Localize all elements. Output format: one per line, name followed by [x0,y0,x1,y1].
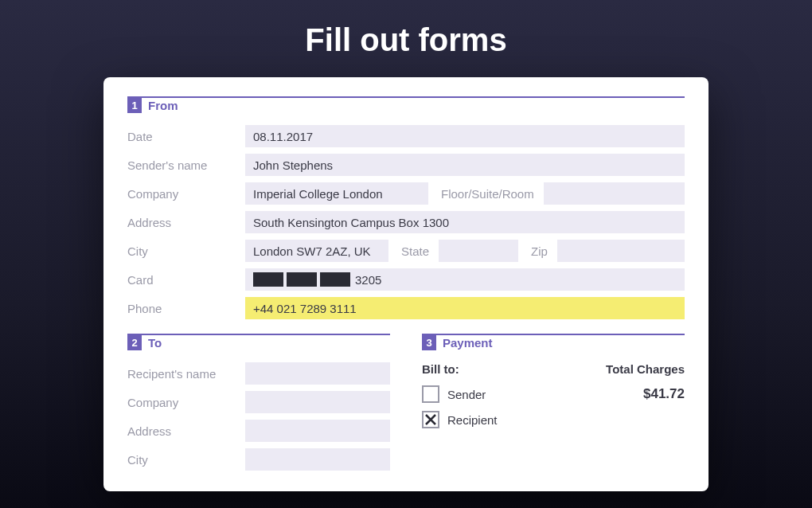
floor-field[interactable] [544,182,685,205]
label-date: Date [127,130,245,143]
label-zip: Zip [518,244,557,258]
label-to-address: Address [127,424,245,438]
recipient-option-label: Recipient [447,413,498,427]
to-company-field[interactable] [245,391,390,413]
section-from-header: 1 From [127,96,685,114]
recipient-name-field[interactable] [245,362,390,385]
label-city: City [127,244,245,258]
section-title-to: To [148,335,162,351]
sender-option-label: Sender [447,388,486,401]
date-field[interactable]: 08.11.2017 [245,125,685,147]
company-field[interactable]: Imperial College London [245,182,428,205]
card-mask-icon [253,272,350,287]
total-amount: $41.72 [643,386,685,402]
section-number-2: 2 [127,334,142,350]
sender-checkbox[interactable] [422,385,439,403]
x-mark-icon [424,413,437,426]
state-field[interactable] [439,240,518,262]
total-charges-label: Total Charges [606,362,685,376]
label-phone: Phone [127,302,245,315]
city-field[interactable]: London SW7 2AZ, UK [245,240,388,262]
label-sender-name: Sender's name [127,158,245,172]
label-state: State [388,244,439,258]
label-to-company: Company [127,396,245,409]
section-to-header: 2 To [127,334,390,351]
section-payment-header: 3 Payment [422,334,685,351]
label-address: Address [127,216,245,229]
recipient-checkbox[interactable] [422,411,439,428]
zip-field[interactable] [557,240,685,262]
page-title: Fill out forms [0,22,812,58]
label-floor: Floor/Suite/Room [428,187,544,201]
label-card: Card [127,273,245,287]
label-recipient-name: Recipent's name [127,367,245,381]
form-card: 1 From Date 08.11.2017 Sender's name Joh… [103,77,709,491]
label-company: Company [127,187,245,201]
section-number-3: 3 [422,334,436,350]
card-field[interactable]: 3205 [245,268,685,291]
section-number-1: 1 [127,97,142,113]
address-field[interactable]: South Kensington Campus Box 1300 [245,211,685,233]
to-city-field[interactable] [245,448,390,471]
to-address-field[interactable] [245,420,390,442]
card-last-digits: 3205 [355,273,381,287]
bill-to-label: Bill to: [422,362,459,376]
section-title-from: From [148,98,178,114]
sender-name-field[interactable]: John Stephens [245,154,685,176]
section-title-payment: Payment [443,335,493,351]
phone-field[interactable]: +44 021 7289 3111 [245,297,685,319]
label-to-city: City [127,453,245,467]
